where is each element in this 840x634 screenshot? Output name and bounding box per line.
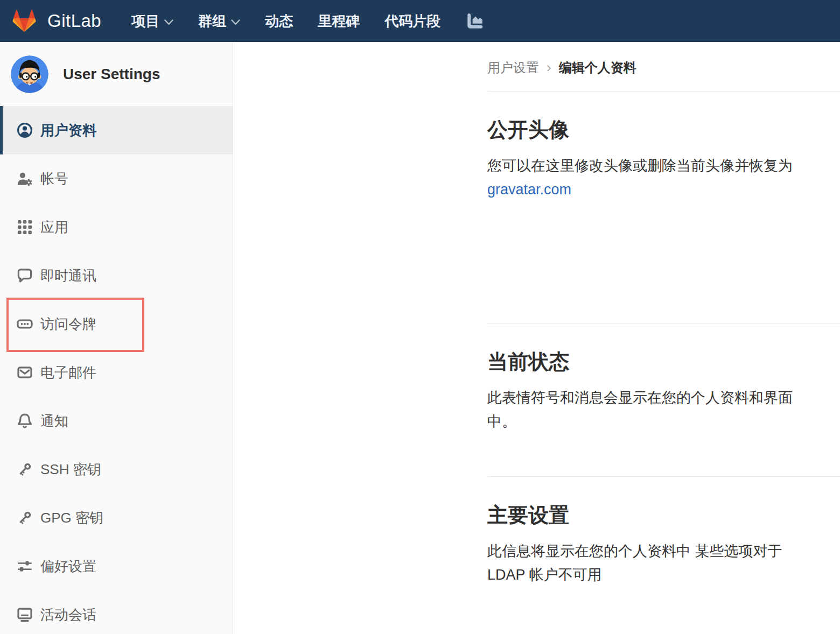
sidebar-item-label: 帐号 — [40, 170, 68, 188]
gitlab-wordmark: GitLab — [47, 11, 101, 31]
sidebar-title: User Settings — [63, 66, 160, 83]
chevron-down-icon — [164, 19, 173, 25]
sidebar-item-label: SSH 密钥 — [40, 460, 101, 479]
chevron-down-icon — [231, 19, 240, 25]
nav-activity[interactable]: 动态 — [265, 12, 293, 31]
section-title-current-status: 当前状态 — [487, 349, 840, 374]
section-title-main-settings: 主要设置 — [487, 503, 840, 527]
nav-charts-button[interactable] — [465, 11, 485, 31]
sidebar-item-ssh-keys[interactable]: SSH 密钥 — [0, 445, 233, 494]
gravatar-link[interactable]: gravatar.com — [487, 181, 571, 198]
section-desc-main-settings: 此信息将显示在您的个人资料中 某些选项对于 LDAP 帐户不可用 — [487, 539, 810, 587]
user-avatar — [11, 55, 48, 93]
top-navbar: GitLab 项目 群组 动态 里程碑 代码片段 — [0, 0, 840, 42]
sidebar-item-label: 用户资料 — [40, 121, 96, 140]
section-current-status: 当前状态 此表情符号和消息会显示在您的个人资料和界面中。 — [487, 323, 840, 477]
monitor-icon — [16, 606, 33, 623]
sidebar-item-chat[interactable]: 即时通讯 — [0, 251, 233, 300]
key-icon — [16, 461, 33, 478]
sidebar-nav-list: 用户资料 帐号 — [0, 106, 233, 634]
sidebar-item-account[interactable]: 帐号 — [0, 154, 233, 203]
chat-bubble-icon — [16, 267, 33, 284]
sidebar-item-gpg-keys[interactable]: GPG 密钥 — [0, 494, 233, 542]
sidebar-item-notifications[interactable]: 通知 — [0, 397, 233, 445]
avatar-form-area — [487, 201, 840, 323]
sidebar-item-label: 电子邮件 — [40, 363, 96, 382]
main-content: 用户设置 › 编辑个人资料 公开头像 您可以在这里修改头像或删除当前头像并恢复为… — [233, 42, 840, 634]
sidebar-item-active-sessions[interactable]: 活动会话 — [0, 590, 233, 634]
key-icon — [16, 509, 33, 526]
nav-projects[interactable]: 项目 — [131, 12, 173, 31]
sidebar-item-label: 即时通讯 — [40, 266, 96, 285]
sidebar-item-label: 访问令牌 — [40, 315, 96, 334]
sidebar-item-label: 偏好设置 — [40, 557, 96, 576]
sidebar-item-label: 活动会话 — [40, 605, 96, 624]
section-main-settings: 主要设置 此信息将显示在您的个人资料中 某些选项对于 LDAP 帐户不可用 — [487, 477, 840, 587]
sidebar-item-access-tokens[interactable]: 访问令牌 — [0, 300, 233, 348]
gitlab-home-link[interactable]: GitLab — [12, 9, 101, 33]
user-gear-icon — [16, 170, 33, 187]
bar-chart-icon — [465, 11, 485, 31]
breadcrumb: 用户设置 › 编辑个人资料 — [487, 42, 840, 91]
nav-snippets[interactable]: 代码片段 — [384, 12, 440, 31]
section-title-public-avatar: 公开头像 — [487, 117, 840, 142]
breadcrumb-separator-icon: › — [547, 60, 551, 75]
mail-icon — [16, 364, 33, 381]
sidebar-item-preferences[interactable]: 偏好设置 — [0, 542, 233, 590]
sidebar-item-profile[interactable]: 用户资料 — [0, 106, 233, 154]
grid-icon — [16, 219, 33, 236]
section-desc-current-status: 此表情符号和消息会显示在您的个人资料和界面中。 — [487, 386, 810, 433]
sidebar-item-label: GPG 密钥 — [40, 509, 103, 527]
sidebar-item-emails[interactable]: 电子邮件 — [0, 348, 233, 397]
bell-icon — [16, 412, 33, 429]
breadcrumb-current: 编辑个人资料 — [559, 60, 636, 75]
breadcrumb-user-settings[interactable]: 用户设置 — [487, 60, 539, 75]
profile-circle-icon — [16, 122, 33, 139]
section-public-avatar: 公开头像 您可以在这里修改头像或删除当前头像并恢复为 gravatar.com — [487, 91, 840, 323]
sidebar-item-label: 通知 — [40, 412, 68, 431]
sidebar-item-label: 应用 — [40, 218, 68, 237]
sliders-icon — [16, 558, 33, 575]
gitlab-tanuki-icon — [12, 9, 37, 33]
token-pill-icon — [16, 315, 33, 333]
settings-sidebar: User Settings 用户资料 — [0, 42, 233, 634]
sidebar-header: User Settings — [0, 42, 233, 106]
nav-groups[interactable]: 群组 — [198, 12, 240, 31]
section-desc-public-avatar: 您可以在这里修改头像或删除当前头像并恢复为 gravatar.com — [487, 154, 810, 201]
primary-nav: 项目 群组 动态 里程碑 代码片段 — [131, 11, 485, 31]
nav-milestones[interactable]: 里程碑 — [318, 12, 360, 31]
sidebar-item-applications[interactable]: 应用 — [0, 203, 233, 251]
